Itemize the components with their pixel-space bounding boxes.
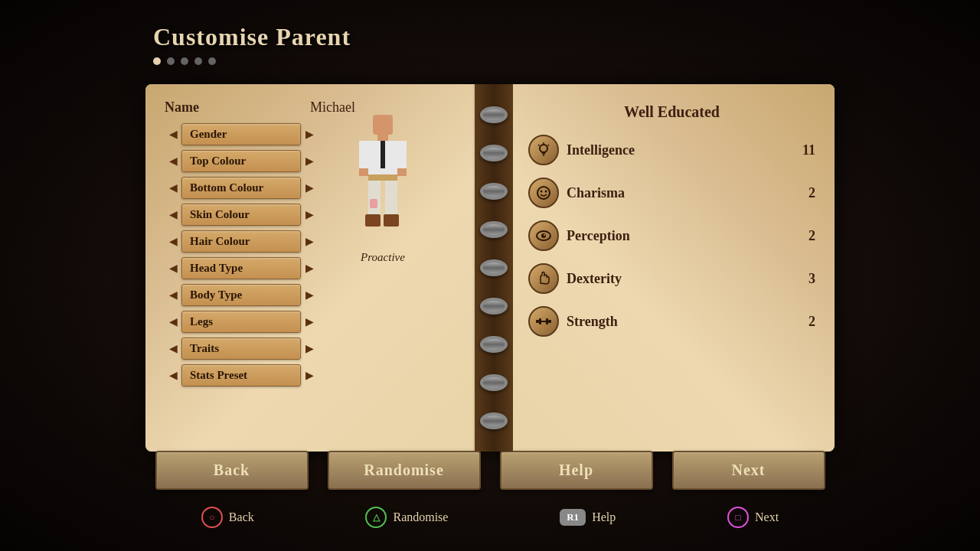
svg-rect-1 xyxy=(377,135,388,141)
hand-svg xyxy=(534,269,553,288)
hair-colour-left-arrow[interactable]: ◀ xyxy=(165,231,181,253)
option-row-hair-colour: ◀ Hair Colour ▶ xyxy=(165,230,318,253)
stat-row-perception: Perception 2 xyxy=(528,220,815,251)
legs-label: Legs xyxy=(181,311,301,333)
help-button[interactable]: Help xyxy=(500,451,653,490)
bottom-colour-left-arrow[interactable]: ◀ xyxy=(165,178,181,199)
intelligence-name: Intelligence xyxy=(567,142,785,158)
dot-2 xyxy=(167,57,175,65)
head-type-right-arrow[interactable]: ▶ xyxy=(301,258,318,279)
hair-colour-right-arrow[interactable]: ▶ xyxy=(301,231,318,253)
ring-8 xyxy=(480,374,508,391)
stats-preset-left-arrow[interactable]: ◀ xyxy=(165,365,181,386)
svg-rect-12 xyxy=(384,214,399,227)
svg-rect-9 xyxy=(368,181,381,214)
preset-title: Well Educated xyxy=(528,103,815,121)
ring-3 xyxy=(480,183,508,200)
strength-icon xyxy=(528,306,559,337)
svg-rect-27 xyxy=(546,318,548,324)
hint-help-label: Help xyxy=(592,510,616,524)
traits-label: Traits xyxy=(181,337,301,360)
back-button[interactable]: Back xyxy=(155,451,309,490)
option-row-top-colour: ◀ Top Colour ▶ xyxy=(165,150,318,172)
option-row-body-type: ◀ Body Type ▶ xyxy=(165,284,318,306)
dot-4 xyxy=(194,57,202,65)
svg-line-16 xyxy=(538,145,540,146)
svg-rect-28 xyxy=(541,321,546,322)
stat-row-intelligence: Intelligence 11 xyxy=(528,135,815,165)
svg-rect-26 xyxy=(539,318,541,324)
strength-value: 2 xyxy=(792,314,815,330)
triangle-button-icon: △ xyxy=(365,507,387,528)
gender-left-arrow[interactable]: ◀ xyxy=(165,124,181,145)
next-button[interactable]: Next xyxy=(672,451,825,490)
eye-svg xyxy=(534,227,553,245)
page-container: Customise Parent Name Michael ◀ Gender xyxy=(0,0,980,551)
right-page: Well Educated Intelligence 11 xyxy=(513,84,835,452)
name-label: Name xyxy=(165,99,264,116)
intelligence-value: 11 xyxy=(792,142,815,158)
body-type-right-arrow[interactable]: ▶ xyxy=(301,285,318,306)
dot-5 xyxy=(208,57,216,65)
randomise-button[interactable]: Randomise xyxy=(328,451,481,490)
skin-colour-label: Skin Colour xyxy=(181,204,301,226)
svg-rect-10 xyxy=(385,181,397,214)
hair-colour-label: Hair Colour xyxy=(181,230,301,253)
head-type-left-arrow[interactable]: ◀ xyxy=(165,258,181,279)
hint-next-label: Next xyxy=(755,510,779,524)
r1-button-icon: R1 xyxy=(560,509,586,526)
bottom-colour-label: Bottom Colour xyxy=(181,177,301,199)
top-colour-label: Top Colour xyxy=(181,150,301,172)
skin-colour-right-arrow[interactable]: ▶ xyxy=(301,204,318,226)
svg-point-19 xyxy=(541,191,543,193)
skin-colour-left-arrow[interactable]: ◀ xyxy=(165,204,181,226)
legs-right-arrow[interactable]: ▶ xyxy=(301,311,318,333)
character-label: Proactive xyxy=(361,251,405,264)
strength-name: Strength xyxy=(567,314,785,330)
stat-row-charisma: Charisma 2 xyxy=(528,178,815,208)
hint-back-label: Back xyxy=(229,510,254,524)
option-row-head-type: ◀ Head Type ▶ xyxy=(165,257,318,279)
legs-left-arrow[interactable]: ◀ xyxy=(165,311,181,333)
svg-rect-7 xyxy=(397,168,407,176)
svg-point-14 xyxy=(540,145,547,152)
gender-right-arrow[interactable]: ▶ xyxy=(301,124,318,145)
top-colour-left-arrow[interactable]: ◀ xyxy=(165,151,181,172)
top-colour-right-arrow[interactable]: ▶ xyxy=(301,151,318,172)
stats-preset-right-arrow[interactable]: ▶ xyxy=(301,365,318,386)
charisma-icon xyxy=(528,178,559,208)
svg-point-23 xyxy=(544,234,545,236)
character-display: Proactive xyxy=(337,115,429,264)
option-row-stats-preset: ◀ Stats Preset ▶ xyxy=(165,364,318,386)
svg-rect-4 xyxy=(359,141,368,168)
svg-rect-3 xyxy=(381,141,385,168)
option-row-bottom-colour: ◀ Bottom Colour ▶ xyxy=(165,177,318,199)
hint-help: R1 Help xyxy=(560,509,616,526)
body-type-left-arrow[interactable]: ◀ xyxy=(165,285,181,306)
ring-1 xyxy=(480,106,508,123)
svg-rect-6 xyxy=(359,168,368,176)
svg-point-22 xyxy=(541,233,546,238)
square-button-icon: □ xyxy=(727,507,749,528)
svg-point-18 xyxy=(537,187,550,199)
intelligence-icon xyxy=(528,135,559,165)
svg-rect-5 xyxy=(397,141,407,168)
perception-value: 2 xyxy=(792,228,815,244)
ring-4 xyxy=(480,221,508,238)
svg-rect-0 xyxy=(373,115,393,135)
charisma-svg xyxy=(534,184,553,202)
bottom-colour-right-arrow[interactable]: ▶ xyxy=(301,178,318,199)
name-value: Michael xyxy=(310,99,355,116)
traits-left-arrow[interactable]: ◀ xyxy=(165,338,181,360)
hint-back: ○ Back xyxy=(201,507,254,528)
book: Name Michael ◀ Gender ▶ ◀ Top Colour ▶ xyxy=(145,84,835,452)
name-row: Name Michael xyxy=(165,99,459,116)
ring-2 xyxy=(480,145,508,161)
svg-rect-25 xyxy=(548,320,551,323)
stats-preset-label: Stats Preset xyxy=(181,364,301,386)
ring-5 xyxy=(480,259,508,276)
svg-point-20 xyxy=(545,191,547,193)
stat-row-strength: Strength 2 xyxy=(528,306,815,337)
traits-right-arrow[interactable]: ▶ xyxy=(301,338,318,360)
hint-randomise: △ Randomise xyxy=(365,507,448,528)
